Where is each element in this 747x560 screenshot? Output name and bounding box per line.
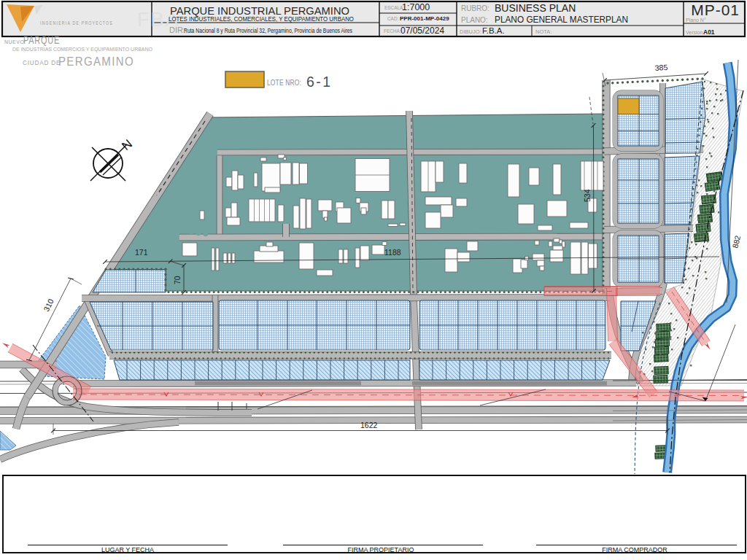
svg-text:LOTES INDUSTRIALES, COMERCIALE: LOTES INDUSTRIALES, COMERCIALES, Y EQUIP… <box>169 15 354 23</box>
svg-text:DIR:: DIR: <box>169 26 185 34</box>
svg-text:LUGAR Y FECHA: LUGAR Y FECHA <box>101 546 154 553</box>
svg-text:Version: Version <box>686 30 703 35</box>
svg-text:6-1: 6-1 <box>306 74 333 90</box>
svg-text:PLANO GENERAL MASTERPLAN: PLANO GENERAL MASTERPLAN <box>495 14 628 25</box>
svg-text:1188: 1188 <box>384 248 401 257</box>
svg-text:RUBRO:: RUBRO: <box>461 4 489 12</box>
svg-text:DE INDUSTRIAS COMERCIOS Y EQUI: DE INDUSTRIAS COMERCIOS Y EQUIPAMIENTO U… <box>12 46 152 52</box>
svg-text:DIBUJO:: DIBUJO: <box>460 28 481 35</box>
svg-text:LOTE NRO:: LOTE NRO: <box>267 79 301 87</box>
svg-text:PERGAMINO: PERGAMINO <box>58 55 134 68</box>
svg-text:1622: 1622 <box>360 421 378 429</box>
svg-text:NUEVO: NUEVO <box>4 39 24 44</box>
svg-text:FIRMA COMPRADOR: FIRMA COMPRADOR <box>602 546 667 553</box>
svg-text:Ruta Nacional 8 y Ruta Provinc: Ruta Nacional 8 y Ruta Provincial 32, Pe… <box>184 27 352 34</box>
svg-text:171: 171 <box>135 248 148 257</box>
svg-text:Plano N°: Plano N° <box>686 18 706 23</box>
svg-text:F.B.A.: F.B.A. <box>482 26 505 35</box>
svg-text:FECHA:: FECHA: <box>384 28 401 34</box>
svg-text:INGENIERIA DE PROYECTOS: INGENIERIA DE PROYECTOS <box>40 20 113 26</box>
svg-text:1:7000: 1:7000 <box>402 2 430 12</box>
svg-text:07/05/2024: 07/05/2024 <box>400 26 444 36</box>
svg-text:PARQUE: PARQUE <box>23 34 60 46</box>
svg-text:70: 70 <box>173 276 182 284</box>
svg-text:CAD:: CAD: <box>387 16 398 21</box>
svg-text:PPR-001-MP-0429: PPR-001-MP-0429 <box>400 15 449 22</box>
svg-text:A01: A01 <box>703 28 715 36</box>
svg-text:385: 385 <box>654 63 667 72</box>
svg-text:FIRMA PROPIETARIO: FIRMA PROPIETARIO <box>348 546 414 553</box>
svg-text:PLANO:: PLANO: <box>461 16 488 24</box>
svg-text:534: 534 <box>583 189 592 202</box>
svg-text:CIUDAD DE: CIUDAD DE <box>23 60 61 66</box>
svg-text:MP-01: MP-01 <box>691 1 740 18</box>
svg-text:BUSINESS PLAN: BUSINESS PLAN <box>495 2 576 14</box>
svg-text:NOTA:: NOTA: <box>535 28 551 35</box>
